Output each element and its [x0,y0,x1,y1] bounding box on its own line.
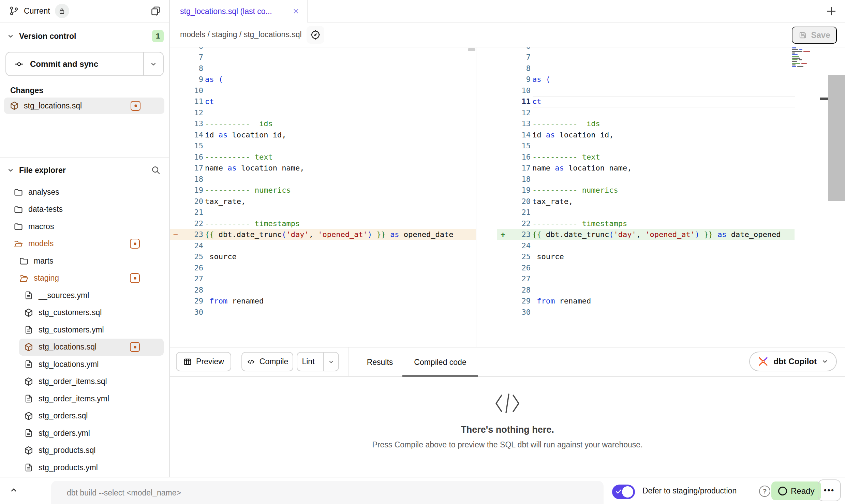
lint-options-button[interactable] [323,353,338,371]
code-line-17[interactable]: 17name as location_name, [497,163,845,174]
preview-button[interactable]: Preview [176,352,231,371]
tree-item-stg_orders.sql[interactable]: stg_orders.sql [0,407,169,425]
tree-item-stg_customers.sql[interactable]: stg_customers.sql [0,304,169,322]
help-icon[interactable]: ? [759,486,770,497]
code-line-18[interactable]: 18 [497,174,845,185]
code-line-25[interactable]: 25 source [497,251,845,263]
code-line-10[interactable]: 10 [497,85,845,96]
code-line-10[interactable]: 10 [170,85,476,96]
code-line-12[interactable]: 12 [170,107,476,118]
code-line-16[interactable]: 16---------- text [497,151,845,163]
code-line-14[interactable]: 14id as location_id, [497,129,845,140]
tab-stg-locations[interactable]: stg_locations.sql (last co... [170,0,308,23]
command-input[interactable]: dbt build --select <model_name> [51,481,604,504]
code-line-20[interactable]: 20tax_rate, [497,196,845,207]
new-tab-button[interactable] [825,5,837,17]
close-icon[interactable] [292,7,300,15]
code-line-6[interactable]: 6 [170,47,476,52]
code-line-15[interactable]: 15 [497,140,845,152]
tree-item-stg_orders.yml[interactable]: stg_orders.yml [0,425,169,442]
status-badge[interactable]: Ready [771,481,821,500]
code-line-30[interactable]: 30 [497,307,845,318]
code-line-17[interactable]: 17name as location_name, [170,163,476,174]
code-line-26[interactable]: 26 [497,262,845,273]
code-line-18[interactable]: 18 [170,174,476,185]
code-line-9[interactable]: 9as ( [170,74,476,85]
commit-and-sync-button[interactable]: Commit and sync [6,53,143,75]
tree-item-stg_products.yml[interactable]: stg_products.yml [0,459,169,476]
code-line-24[interactable]: 24 [497,240,845,251]
tree-item-stg_customers.yml[interactable]: stg_customers.yml [0,321,169,339]
table-icon [183,357,192,366]
code-line-20[interactable]: 20tax_rate, [170,196,476,207]
code-line-21[interactable]: 21 [497,207,845,218]
code-line-19[interactable]: 19---------- numerics [170,185,476,196]
code-line-19[interactable]: 19---------- numerics [497,185,845,196]
search-icon[interactable] [151,165,161,175]
modified-badge [131,101,140,111]
code-line-13[interactable]: 13---------- ids [497,118,845,130]
tree-item-data-tests[interactable]: data-tests [0,201,169,218]
code-line-25[interactable]: 25 source [170,251,476,263]
tree-item-analyses[interactable]: analyses [0,183,169,201]
file-explorer-header[interactable]: File explorer [0,160,169,180]
save-label: Save [811,30,830,40]
code-line-27[interactable]: 27 [497,273,845,285]
code-line-30[interactable]: 30 [170,307,476,318]
code-line-28[interactable]: 28 [497,284,845,296]
tree-item-staging[interactable]: staging [0,270,169,287]
model-icon [10,101,19,110]
tree-item-stg_order_items.yml[interactable]: stg_order_items.yml [0,390,169,407]
changed-file-name: stg_locations.sql [24,101,82,110]
tree-item-label: stg_products.sql [39,446,95,455]
code-line-11[interactable]: 11ct [497,96,845,107]
tree-item-stg_products.sql[interactable]: stg_products.sql [0,442,169,459]
lineage-button[interactable] [307,26,324,44]
code-line-23[interactable]: −23{{ dbt.date_trunc('day', 'opened_at')… [170,229,476,240]
code-line-15[interactable]: 15 [170,140,476,152]
branch-row[interactable]: Current [0,0,169,23]
tree-item-stg_order_items.sql[interactable]: stg_order_items.sql [0,373,169,390]
tree-item-stg_locations.yml[interactable]: stg_locations.yml [0,356,169,373]
code-line-22[interactable]: 22---------- timestamps [497,218,845,229]
code-line-29[interactable]: 29 from renamed [170,296,476,307]
save-button[interactable]: Save [792,27,837,44]
code-line-29[interactable]: 29 from renamed [497,296,845,307]
tab-compiled-code[interactable]: Compiled code [403,347,478,377]
code-line-7[interactable]: 7 [170,52,476,63]
code-line-12[interactable]: 12 [497,107,845,118]
version-control-header[interactable]: Version control 1 [0,28,169,44]
tree-item-__sources.yml[interactable]: __sources.yml [0,287,169,304]
diff-pane-modified[interactable]: 6789as (1011ct1213---------- ids14id as … [497,47,845,347]
model-icon [24,446,33,455]
tree-item-stg_locations.sql[interactable]: stg_locations.sql [19,339,164,356]
lint-button[interactable]: Lint [297,357,319,366]
code-line-13[interactable]: 13---------- ids [170,118,476,130]
tree-item-models[interactable]: models [0,235,169,253]
tree-item-macros[interactable]: macros [0,218,169,235]
code-line-14[interactable]: 14id as location_id, [170,129,476,140]
code-line-27[interactable]: 27 [170,273,476,285]
code-line-24[interactable]: 24 [170,240,476,251]
code-line-9[interactable]: 9as ( [497,74,845,85]
defer-toggle[interactable] [612,485,635,499]
commit-options-button[interactable] [143,53,163,75]
line-number: 25 [509,252,531,261]
code-line-8[interactable]: 8 [170,63,476,74]
tab-results[interactable]: Results [356,347,404,377]
code-line-23[interactable]: +23{{ dbt.date_trunc('day', 'opened_at')… [497,229,845,240]
code-line-21[interactable]: 21 [170,207,476,218]
code-line-22[interactable]: 22---------- timestamps [170,218,476,229]
diff-pane-original[interactable]: 6789as (1011ct1213---------- ids14id as … [170,47,476,347]
code-line-28[interactable]: 28 [170,284,476,296]
dbt-copilot-button[interactable]: dbt Copilot [749,352,837,371]
chevron-up-icon[interactable] [8,485,19,496]
code-line-11[interactable]: 11ct [170,96,476,107]
compile-button[interactable]: Compile [241,352,293,371]
changed-file-stg_locations.sql[interactable]: stg_locations.sql [4,98,164,114]
copy-icon[interactable] [150,5,161,16]
code-line-16[interactable]: 16---------- text [170,151,476,163]
tree-item-marts[interactable]: marts [0,252,169,270]
code-line-26[interactable]: 26 [170,262,476,273]
more-options-button[interactable]: ••• [818,479,841,501]
